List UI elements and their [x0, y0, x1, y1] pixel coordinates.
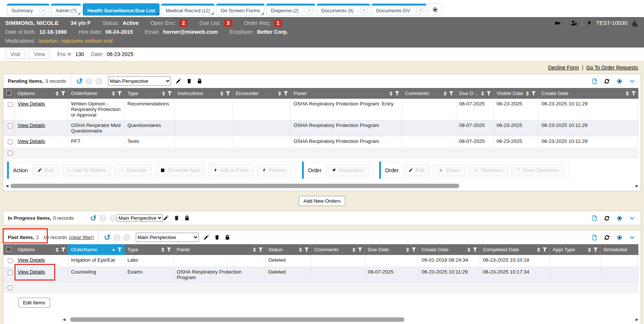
row-checkbox[interactable] — [8, 258, 13, 263]
in-progress-perspective-select[interactable]: Main Perspective — [116, 215, 163, 222]
past-horizontal-scrollbar[interactable]: ◀ ▶ — [63, 316, 638, 323]
filter-icon[interactable] — [487, 91, 491, 95]
prev-page-icon[interactable]: ‹ — [85, 78, 93, 85]
scroll-left-arrow[interactable]: ◀ — [6, 184, 9, 188]
row-checkbox[interactable] — [8, 102, 13, 107]
chevron-down-icon[interactable] — [629, 235, 635, 240]
edit-perspective-icon[interactable] — [163, 215, 169, 221]
filter-icon[interactable] — [118, 91, 122, 95]
filter-icon[interactable] — [532, 91, 536, 95]
sort-icon[interactable] — [404, 248, 409, 252]
pending-horizontal-scrollbar[interactable]: ◀ ▶ — [6, 183, 638, 189]
filter-icon[interactable] — [358, 248, 362, 252]
sort-icon[interactable] — [218, 91, 223, 96]
sort-icon[interactable] — [297, 248, 302, 252]
view-button[interactable]: View — [29, 49, 50, 59]
sort-icon[interactable] — [479, 91, 484, 96]
filter-icon[interactable] — [594, 248, 598, 252]
sort-icon[interactable] — [159, 248, 164, 252]
popout-segment[interactable]: ↗ — [358, 6, 369, 15]
filter-icon[interactable] — [473, 248, 477, 252]
gear-icon[interactable] — [616, 234, 623, 241]
document-icon[interactable] — [591, 78, 598, 85]
schedule-appt-button[interactable]: Schedule Appt — [155, 164, 205, 176]
tab-health-surveillance-due-list[interactable]: Health Surveillance:Due List — [83, 3, 159, 16]
sort-icon[interactable] — [251, 248, 256, 252]
medications-value[interactable]: losartan, naproxen sodium oral — [39, 36, 112, 45]
next-page-icon[interactable]: › — [95, 78, 103, 85]
gear-icon[interactable] — [616, 78, 623, 85]
filter-icon[interactable] — [449, 91, 454, 95]
scroll-left-arrow[interactable]: ◀ — [63, 318, 66, 321]
revisions-button[interactable]: Revisions — [469, 164, 508, 176]
edit-items-button[interactable]: Edit Items — [18, 298, 50, 308]
row-checkbox[interactable] — [8, 151, 13, 156]
sort-icon[interactable] — [160, 91, 165, 96]
video-camera-icon[interactable] — [553, 20, 562, 26]
scrollbar-track[interactable] — [10, 184, 634, 188]
tab-medical-record[interactable]: Medical Record (12) — [161, 3, 214, 16]
gear-icon[interactable] — [616, 215, 623, 222]
select-all-checkbox[interactable] — [6, 91, 11, 95]
select-all-header[interactable] — [3, 244, 14, 255]
row-checkbox[interactable] — [8, 270, 13, 275]
view-details-link[interactable]: View Details — [18, 122, 45, 128]
filter-icon[interactable] — [631, 91, 636, 95]
open-enc-badge[interactable]: 2 — [179, 20, 187, 27]
add-new-orders-button[interactable]: Add New Orders — [299, 196, 345, 206]
sort-asc-icon[interactable] — [110, 249, 115, 251]
order-edit-button[interactable]: Edit — [403, 164, 430, 176]
next-page-icon[interactable]: › — [123, 234, 131, 241]
row-checkbox[interactable] — [8, 140, 13, 144]
delete-perspective-icon[interactable] — [214, 234, 220, 240]
sort-icon[interactable] — [53, 91, 59, 96]
sort-icon[interactable] — [387, 91, 392, 96]
delete-perspective-icon[interactable] — [174, 215, 180, 221]
filter-icon[interactable] — [395, 91, 400, 95]
filter-icon[interactable] — [118, 248, 122, 252]
decline-form-link[interactable]: Decline Form — [548, 65, 579, 71]
sort-icon[interactable] — [276, 91, 281, 96]
go-to-order-requests-link[interactable]: Go To Order Requests — [586, 65, 638, 71]
undo-icon[interactable]: ↺ — [104, 234, 111, 241]
filter-icon[interactable] — [61, 248, 66, 252]
filter-icon[interactable] — [543, 248, 547, 252]
scroll-right-arrow[interactable]: ▶ — [635, 318, 638, 321]
filter-icon[interactable] — [61, 91, 66, 95]
refresh-icon[interactable] — [604, 215, 610, 222]
sort-icon[interactable] — [624, 91, 629, 96]
lock-icon[interactable] — [184, 215, 190, 221]
select-all-header[interactable] — [3, 88, 14, 99]
prev-page-icon[interactable]: ‹ — [99, 215, 106, 222]
evaluate-button[interactable]: Evaluate — [114, 164, 152, 176]
view-details-link[interactable]: View Details — [18, 138, 45, 144]
undo-icon[interactable]: ↺ — [90, 215, 97, 222]
filter-icon[interactable] — [167, 248, 171, 252]
view-details-link[interactable]: View Details — [18, 257, 45, 263]
lightning-bolt-icon[interactable] — [586, 20, 592, 26]
sort-icon[interactable] — [110, 91, 115, 96]
filter-icon[interactable] — [259, 248, 263, 252]
prev-page-icon[interactable]: ‹ — [113, 234, 121, 241]
sort-icon[interactable] — [53, 248, 59, 252]
filter-icon[interactable] — [412, 248, 416, 252]
chevron-down-icon[interactable] — [629, 216, 635, 221]
refresh-icon[interactable] — [604, 78, 610, 85]
sort-icon[interactable] — [524, 91, 529, 96]
due-list-badge[interactable]: 3 — [224, 20, 232, 27]
sort-icon[interactable] — [535, 248, 540, 252]
add-to-waitlist-button[interactable]: +Add To Waitlist — [62, 164, 111, 176]
lock-icon[interactable] — [224, 234, 230, 240]
tab-admin[interactable]: Admin (7) — [51, 3, 81, 16]
sort-icon[interactable] — [586, 248, 591, 252]
refresh-icon[interactable] — [604, 234, 610, 241]
requisition-button[interactable]: Requisition — [326, 164, 369, 176]
scroll-right-arrow[interactable]: ▶ — [635, 184, 638, 188]
sort-icon[interactable] — [441, 91, 447, 96]
show-questions-button[interactable]: ?Show Questions — [512, 164, 564, 176]
next-page-icon[interactable]: › — [109, 215, 116, 222]
delete-perspective-icon[interactable] — [186, 78, 192, 84]
row-checkbox[interactable] — [8, 285, 13, 290]
sort-icon[interactable] — [465, 248, 470, 252]
tab-on-screen-forms[interactable]: On Screen Forms — [216, 3, 265, 16]
